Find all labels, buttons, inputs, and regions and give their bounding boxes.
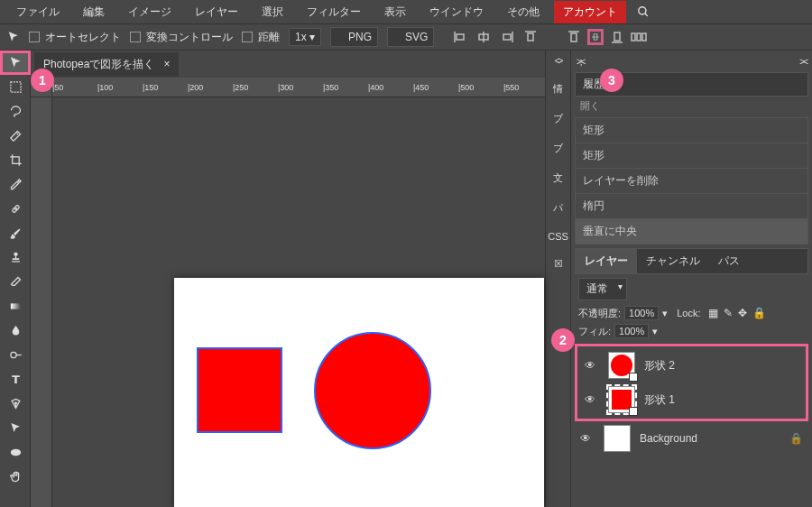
- history-item[interactable]: レイヤーを削除: [576, 169, 807, 194]
- marquee-tool[interactable]: [0, 75, 31, 99]
- menu-edit[interactable]: 編集: [74, 1, 114, 23]
- lasso-tool[interactable]: [0, 99, 31, 124]
- fill-value[interactable]: 100%: [614, 324, 649, 338]
- heal-tool[interactable]: [0, 197, 31, 221]
- shape-circle[interactable]: [314, 332, 431, 449]
- search-icon[interactable]: [637, 5, 650, 18]
- menu-image[interactable]: イメージ: [119, 1, 180, 23]
- document-tabs: Photopeaで図形を描く ×: [31, 51, 545, 78]
- distance-option[interactable]: 距離: [242, 30, 280, 45]
- tab-layers[interactable]: レイヤー: [576, 249, 637, 273]
- svg-rect-11: [571, 33, 577, 41]
- menu-file[interactable]: ファイル: [7, 1, 69, 23]
- distance-label: 距離: [258, 30, 280, 45]
- autoselect-label: オートセレクト: [45, 30, 121, 45]
- layer-thumbnail[interactable]: [608, 352, 635, 379]
- export-svg-button[interactable]: SVG: [387, 27, 434, 47]
- visibility-icon[interactable]: 👁: [580, 432, 595, 445]
- menu-window[interactable]: ウインドウ: [420, 1, 493, 23]
- stamp-tool[interactable]: [0, 245, 31, 270]
- svg-rect-17: [637, 33, 641, 41]
- close-icon[interactable]: ×: [163, 58, 170, 70]
- pen-tool[interactable]: [0, 392, 31, 416]
- menu-select[interactable]: 選択: [253, 1, 292, 23]
- visibility-icon[interactable]: 👁: [585, 359, 599, 372]
- zoom-select[interactable]: 1x ▾: [289, 28, 321, 46]
- fill-label: フィル:: [578, 325, 611, 338]
- lock-position-icon[interactable]: ✥: [738, 307, 747, 319]
- crop-tool[interactable]: [0, 148, 31, 172]
- align-hcenter-icon[interactable]: [475, 29, 492, 45]
- align-top-icon[interactable]: [522, 29, 539, 45]
- panel-collapse-right-icon[interactable]: ><: [799, 57, 807, 67]
- shape-tool[interactable]: [0, 440, 31, 465]
- menu-view[interactable]: 表示: [375, 1, 415, 23]
- menu-other[interactable]: その他: [498, 1, 549, 23]
- wand-tool[interactable]: [0, 124, 31, 148]
- align-vbottom-icon[interactable]: [609, 29, 625, 45]
- align-vcenter-icon[interactable]: [587, 29, 604, 45]
- history-item[interactable]: 楕円: [576, 194, 807, 219]
- blur-tool[interactable]: [0, 318, 31, 343]
- css-tab[interactable]: CSS: [548, 231, 568, 242]
- canvas-viewport[interactable]: [52, 97, 545, 507]
- autoselect-option[interactable]: オートセレクト: [29, 30, 121, 45]
- lock-paint-icon[interactable]: ✎: [724, 307, 733, 319]
- align-right-icon[interactable]: [499, 29, 515, 45]
- tab-paths[interactable]: パス: [709, 249, 749, 273]
- history-item[interactable]: 矩形: [576, 118, 807, 143]
- blend-mode-select[interactable]: 通常: [578, 278, 627, 300]
- align-vtop-icon[interactable]: [566, 29, 582, 45]
- layer-row-background[interactable]: 👁 Background 🔒: [575, 421, 808, 456]
- menu-bar: ファイル 編集 イメージ レイヤー 選択 フィルター 表示 ウインドウ その他 …: [0, 0, 812, 23]
- visibility-icon[interactable]: 👁: [585, 393, 599, 406]
- layer-name: 形状 2: [644, 358, 675, 373]
- eraser-tool[interactable]: [0, 270, 31, 294]
- hand-tool[interactable]: [0, 465, 31, 489]
- path-select-tool[interactable]: [0, 416, 31, 440]
- layer-row[interactable]: 👁形状 1: [579, 383, 804, 417]
- brush-tool[interactable]: [0, 221, 31, 245]
- chevron-down-icon[interactable]: ▾: [662, 308, 668, 319]
- paragraph-tab[interactable]: パ: [553, 201, 563, 215]
- expand-icon[interactable]: <>: [555, 56, 562, 66]
- export-png-button[interactable]: PNG: [330, 27, 378, 47]
- image-tab[interactable]: ☒: [554, 258, 563, 270]
- layer-thumbnail[interactable]: [608, 386, 635, 413]
- lock-icon[interactable]: 🔒: [789, 432, 803, 445]
- menu-layer[interactable]: レイヤー: [186, 1, 247, 23]
- opacity-value[interactable]: 100%: [624, 306, 659, 320]
- layer-row[interactable]: 👁形状 2: [579, 348, 804, 383]
- layer-name: Background: [640, 432, 697, 445]
- dodge-tool[interactable]: [0, 343, 31, 367]
- svg-rect-23: [10, 303, 20, 309]
- history-open: 開く: [571, 97, 812, 115]
- transform-option[interactable]: 変換コントロール: [130, 30, 233, 45]
- chevron-down-icon[interactable]: ▾: [652, 326, 658, 337]
- brushes-tab[interactable]: ブ: [553, 142, 563, 155]
- eyedropper-tool[interactable]: [0, 172, 31, 197]
- brush-tab[interactable]: ブ: [553, 112, 563, 125]
- distribute-icon[interactable]: [631, 29, 647, 45]
- layer-stack: 👁形状 2👁形状 1 👁 Background 🔒: [575, 344, 808, 456]
- history-item[interactable]: 垂直に中央: [576, 219, 807, 244]
- history-list: 矩形矩形レイヤーを削除楕円垂直に中央: [575, 117, 808, 244]
- gradient-tool[interactable]: [0, 294, 31, 318]
- move-tool[interactable]: [0, 51, 31, 75]
- type-tool[interactable]: [0, 367, 31, 392]
- layer-thumbnail[interactable]: [604, 425, 631, 452]
- lock-all-icon[interactable]: 🔒: [752, 307, 766, 319]
- tab-channels[interactable]: チャンネル: [637, 249, 709, 273]
- shape-square[interactable]: [197, 347, 282, 433]
- move-tool-icon[interactable]: [7, 31, 20, 43]
- character-tab[interactable]: 文: [553, 171, 563, 185]
- history-item[interactable]: 矩形: [576, 143, 807, 169]
- menu-account[interactable]: アカウント: [554, 1, 626, 23]
- lock-transparency-icon[interactable]: ▦: [708, 307, 718, 319]
- svg-rect-18: [642, 33, 646, 41]
- align-left-icon[interactable]: [452, 29, 468, 45]
- info-tab[interactable]: 情: [553, 82, 563, 96]
- document-tab[interactable]: Photopeaで図形を描く ×: [34, 52, 179, 77]
- menu-filter[interactable]: フィルター: [298, 1, 370, 23]
- panel-collapse-left-icon[interactable]: >;<: [577, 57, 584, 67]
